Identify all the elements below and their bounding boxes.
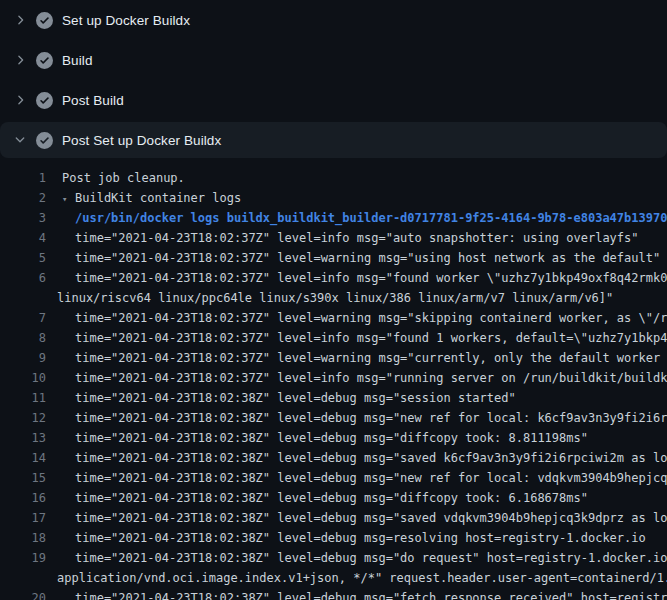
- log-line: 5time="2021-04-23T18:02:37Z" level=warni…: [0, 248, 667, 268]
- step-label: Build: [62, 53, 93, 68]
- log-text: linux/riscv64 linux/ppc64le linux/s390x …: [46, 288, 667, 308]
- log-text: time="2021-04-23T18:02:38Z" level=debug …: [46, 508, 667, 528]
- log-line-number[interactable]: 12: [0, 408, 46, 428]
- chevron-right-icon: [12, 52, 28, 68]
- check-circle-icon: [36, 92, 53, 109]
- log-line-number[interactable]: 6: [0, 268, 46, 288]
- log-line-number[interactable]: 3: [0, 208, 46, 228]
- log-text: time="2021-04-23T18:02:37Z" level=info m…: [46, 268, 667, 288]
- step-list: Set up Docker BuildxBuildPost BuildPost …: [0, 0, 667, 158]
- log-line: 15time="2021-04-23T18:02:38Z" level=debu…: [0, 468, 667, 488]
- log-line: 2▾BuildKit container logs: [0, 188, 667, 208]
- log-text: time="2021-04-23T18:02:37Z" level=warnin…: [46, 348, 667, 368]
- group-collapse-icon: ▾: [62, 189, 75, 208]
- chevron-right-icon: [12, 12, 28, 28]
- log-line: 6time="2021-04-23T18:02:37Z" level=info …: [0, 268, 667, 288]
- log-line: 19time="2021-04-23T18:02:38Z" level=debu…: [0, 548, 667, 568]
- log-line: 16time="2021-04-23T18:02:38Z" level=debu…: [0, 488, 667, 508]
- log-line: application/vnd.oci.image.index.v1+json,…: [0, 568, 667, 588]
- actions-log-viewer: { "colors": { "background": "#0d1117", "…: [0, 0, 667, 600]
- check-circle-icon: [36, 12, 53, 29]
- log-line: 18time="2021-04-23T18:02:38Z" level=debu…: [0, 528, 667, 548]
- log-line-number[interactable]: 13: [0, 428, 46, 448]
- log-line-number[interactable]: 9: [0, 348, 46, 368]
- step-header-post-build[interactable]: Post Build: [0, 80, 667, 120]
- log-line-number[interactable]: 14: [0, 448, 46, 468]
- log-line: 7time="2021-04-23T18:02:37Z" level=warni…: [0, 308, 667, 328]
- chevron-right-icon: [12, 92, 28, 108]
- log-command-text: /usr/bin/docker logs buildx_buildkit_bui…: [46, 208, 667, 228]
- step-header-build[interactable]: Build: [0, 40, 667, 80]
- log-line-number[interactable]: 20: [0, 588, 46, 600]
- log-line-number: [0, 288, 46, 308]
- log-text: application/vnd.oci.image.index.v1+json,…: [46, 568, 667, 588]
- log-line: 12time="2021-04-23T18:02:38Z" level=debu…: [0, 408, 667, 428]
- step-header-post-set-up-docker-buildx[interactable]: Post Set up Docker Buildx: [0, 122, 667, 158]
- log-line: 3/usr/bin/docker logs buildx_buildkit_bu…: [0, 208, 667, 228]
- log-line: 17time="2021-04-23T18:02:38Z" level=debu…: [0, 508, 667, 528]
- log-line: 1Post job cleanup.: [0, 168, 667, 188]
- log-text: time="2021-04-23T18:02:37Z" level=info m…: [46, 368, 667, 388]
- log-line-number: [0, 568, 46, 588]
- log-line-number[interactable]: 17: [0, 508, 46, 528]
- log-line: 14time="2021-04-23T18:02:38Z" level=debu…: [0, 448, 667, 468]
- log-line-number[interactable]: 11: [0, 388, 46, 408]
- log-line: 10time="2021-04-23T18:02:37Z" level=info…: [0, 368, 667, 388]
- log-text: time="2021-04-23T18:02:37Z" level=info m…: [46, 328, 667, 348]
- log-text: time="2021-04-23T18:02:38Z" level=debug …: [46, 468, 667, 488]
- chevron-down-icon: [12, 132, 28, 148]
- log-text: time="2021-04-23T18:02:38Z" level=debug …: [46, 448, 667, 468]
- log-line: 4time="2021-04-23T18:02:37Z" level=info …: [0, 228, 667, 248]
- step-label: Post Set up Docker Buildx: [62, 133, 221, 148]
- log-line-number[interactable]: 7: [0, 308, 46, 328]
- log-line: 20time="2021-04-23T18:02:38Z" level=debu…: [0, 588, 667, 600]
- check-circle-icon: [36, 52, 53, 69]
- log-line-number[interactable]: 4: [0, 228, 46, 248]
- log-line-number[interactable]: 18: [0, 528, 46, 548]
- log-line-number[interactable]: 2: [0, 188, 46, 208]
- log-line: 13time="2021-04-23T18:02:38Z" level=debu…: [0, 428, 667, 448]
- step-label: Set up Docker Buildx: [62, 13, 190, 28]
- log-text: time="2021-04-23T18:02:38Z" level=debug …: [46, 588, 667, 600]
- log-text: time="2021-04-23T18:02:37Z" level=warnin…: [46, 308, 667, 328]
- log-line-number[interactable]: 19: [0, 548, 46, 568]
- log-text: time="2021-04-23T18:02:37Z" level=info m…: [46, 228, 667, 248]
- log-line-number[interactable]: 16: [0, 488, 46, 508]
- log-text: time="2021-04-23T18:02:38Z" level=debug …: [46, 528, 667, 548]
- log-line: 11time="2021-04-23T18:02:38Z" level=debu…: [0, 388, 667, 408]
- log-group-header[interactable]: ▾BuildKit container logs: [46, 188, 667, 208]
- log-line-number[interactable]: 10: [0, 368, 46, 388]
- check-circle-icon: [36, 132, 53, 149]
- step-header-set-up-docker-buildx[interactable]: Set up Docker Buildx: [0, 0, 667, 40]
- log-line: linux/riscv64 linux/ppc64le linux/s390x …: [0, 288, 667, 308]
- log-text: time="2021-04-23T18:02:37Z" level=warnin…: [46, 248, 667, 268]
- log-text: time="2021-04-23T18:02:38Z" level=debug …: [46, 388, 667, 408]
- log-group-title: BuildKit container logs: [75, 191, 241, 205]
- log-line-number[interactable]: 1: [0, 168, 46, 188]
- log-text: time="2021-04-23T18:02:38Z" level=debug …: [46, 408, 667, 428]
- log-panel: 1Post job cleanup.2▾BuildKit container l…: [0, 160, 667, 600]
- log-line: 8time="2021-04-23T18:02:37Z" level=info …: [0, 328, 667, 348]
- log-line-number[interactable]: 15: [0, 468, 46, 488]
- log-text: time="2021-04-23T18:02:38Z" level=debug …: [46, 428, 667, 448]
- log-line: 9time="2021-04-23T18:02:37Z" level=warni…: [0, 348, 667, 368]
- step-label: Post Build: [62, 93, 124, 108]
- log-text: time="2021-04-23T18:02:38Z" level=debug …: [46, 548, 667, 568]
- log-text: time="2021-04-23T18:02:38Z" level=debug …: [46, 488, 667, 508]
- log-line-number[interactable]: 5: [0, 248, 46, 268]
- log-text: Post job cleanup.: [46, 168, 667, 188]
- log-line-number[interactable]: 8: [0, 328, 46, 348]
